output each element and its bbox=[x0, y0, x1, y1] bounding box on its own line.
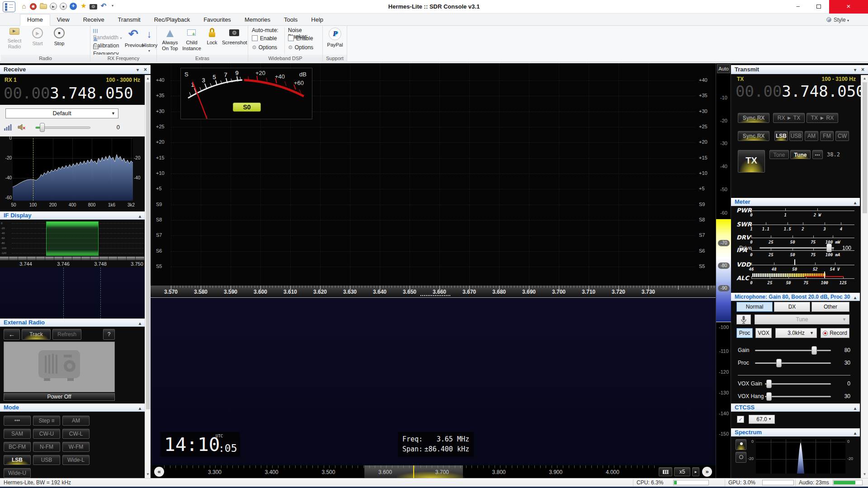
always-on-top-button[interactable]: Always On Top bbox=[160, 27, 180, 54]
collapse-up-icon[interactable]: ▴ bbox=[854, 199, 856, 207]
spec-area[interactable]: S dB 1 3 5 7 9 +20 +40 +60 S0 +40+40+35+… bbox=[151, 63, 716, 286]
audio-plot[interactable] bbox=[13, 138, 133, 201]
tx-mode-am[interactable]: AM bbox=[805, 131, 818, 141]
close-panel-icon[interactable]: × bbox=[861, 66, 864, 74]
close-button[interactable]: × bbox=[829, 0, 868, 14]
mode-header[interactable]: Mode▴ bbox=[0, 404, 145, 412]
start-button[interactable]: ▶ Start bbox=[27, 27, 48, 54]
sync-rx-mode-button[interactable]: Sync RX bbox=[738, 131, 769, 141]
scroll-down-icon[interactable]: ▼ bbox=[145, 472, 151, 477]
tone-button[interactable]: Tone bbox=[769, 150, 789, 159]
refresh-button[interactable]: Refresh bbox=[52, 329, 81, 340]
collapse-up-icon[interactable]: ▴ bbox=[854, 429, 856, 437]
slider-track[interactable] bbox=[755, 362, 831, 364]
tx-spectrum-header[interactable]: Spectrum▴ bbox=[731, 428, 860, 436]
history-button[interactable]: ↓ History ▾ bbox=[142, 27, 156, 54]
mic-select-button[interactable] bbox=[736, 314, 751, 324]
collapse-up-icon[interactable]: ▴ bbox=[139, 404, 141, 413]
equalizer-icon[interactable] bbox=[4, 124, 12, 131]
tab-transmit[interactable]: Transmit bbox=[111, 14, 147, 26]
mode-button-usb[interactable]: USB bbox=[33, 455, 60, 465]
slider-handle[interactable] bbox=[766, 380, 772, 388]
sync-rx-button[interactable]: Sync RX bbox=[738, 113, 769, 123]
mode-button-more[interactable]: ••• bbox=[4, 416, 31, 426]
mic-tab-other[interactable]: Other bbox=[811, 302, 849, 312]
collapse-up-icon[interactable]: ▴ bbox=[139, 319, 141, 328]
mute-button[interactable]: × bbox=[17, 123, 27, 131]
preset-dropdown[interactable]: Default▼ bbox=[5, 108, 118, 118]
power-off-bar[interactable]: Power Off bbox=[4, 393, 115, 401]
collapse-up-icon[interactable]: ▴ bbox=[854, 404, 856, 413]
mode-button-cwl[interactable]: CW-L bbox=[62, 429, 90, 439]
tab-recplayback[interactable]: Rec/Playback bbox=[147, 14, 197, 26]
mode-button-am[interactable]: AM bbox=[62, 416, 90, 426]
transmit-scrollbar[interactable]: ▲ ▼ bbox=[861, 75, 868, 478]
ctcss-checkbox[interactable]: ✓ bbox=[737, 416, 744, 423]
tx-frequency-value[interactable]: 00.003.748.050 bbox=[736, 82, 865, 100]
band-keypad-button[interactable] bbox=[659, 467, 672, 476]
rx-frequency-value[interactable]: 00.003.748.050 bbox=[4, 84, 133, 102]
mode-button-bcfm[interactable]: BC-FM bbox=[4, 442, 31, 452]
slider-track[interactable] bbox=[755, 350, 831, 351]
mode-button-sam[interactable]: SAM bbox=[4, 429, 31, 439]
mode-button-wideu[interactable]: Wide-U bbox=[4, 468, 31, 478]
mode-button-wfm[interactable]: W-FM bbox=[62, 442, 90, 452]
slider-track[interactable] bbox=[765, 383, 831, 385]
mode-button-lsb[interactable]: LSB bbox=[4, 455, 31, 465]
noise-blanker-options-button[interactable]: ⚙Options bbox=[288, 44, 313, 51]
gradient-scale[interactable]: -10-20-30-40-50-60-70-80-90-100-110-120-… bbox=[716, 63, 731, 478]
calibration-button[interactable]: Calibration bbox=[93, 36, 125, 43]
auto-mute-enable-checkbox[interactable]: Enable bbox=[252, 35, 277, 42]
tx-mode-fm[interactable]: FM bbox=[820, 131, 834, 141]
previous-button[interactable]: ↶ Previous bbox=[125, 27, 142, 54]
tab-favourites[interactable]: Favourites bbox=[197, 14, 238, 26]
select-radio-button[interactable]: ▶ Select Radio bbox=[4, 27, 25, 54]
tx-button[interactable]: TX bbox=[738, 150, 765, 173]
rx-to-tx-button[interactable]: RX ► TX bbox=[773, 113, 805, 123]
tab-view[interactable]: View bbox=[50, 14, 76, 26]
tune-profile-dropdown[interactable]: Tune▼ bbox=[755, 314, 849, 324]
mode-button-step[interactable]: Step ≡ bbox=[33, 416, 60, 426]
checkbox-icon[interactable] bbox=[288, 35, 294, 41]
ctcss-header[interactable]: CTCSS▴ bbox=[731, 404, 860, 412]
microphone-header[interactable]: Microphone: Gain 80, Boost 20.0 dB, Proc… bbox=[731, 293, 860, 301]
tab-memories[interactable]: Memories bbox=[238, 14, 277, 26]
paypal-button[interactable]: P PayPal bbox=[325, 27, 345, 54]
external-radio-header[interactable]: External Radio▴ bbox=[0, 319, 145, 327]
band-next-button[interactable]: » bbox=[702, 467, 712, 477]
collapse-up-icon[interactable]: ▴ bbox=[139, 212, 141, 221]
volume-handle[interactable] bbox=[40, 123, 45, 132]
close-panel-icon[interactable]: × bbox=[144, 66, 147, 74]
scrollbar-thumb[interactable] bbox=[146, 82, 150, 409]
tab-receive[interactable]: Receive bbox=[76, 14, 111, 26]
slider-handle[interactable] bbox=[766, 392, 772, 401]
slider-handle[interactable] bbox=[776, 359, 782, 367]
track-button[interactable]: Track bbox=[22, 329, 51, 340]
scroll-down-icon[interactable]: ▼ bbox=[861, 472, 868, 477]
if-display-header[interactable]: IF Display▴ bbox=[0, 211, 145, 220]
receive-panel-header[interactable]: Receive ▾ × bbox=[0, 65, 151, 74]
slider-track[interactable] bbox=[765, 396, 831, 397]
scroll-up-icon[interactable]: ▲ bbox=[861, 76, 868, 81]
band-ruler[interactable]: 3.3003.4003.5003.6003.7003.8003.9004.000 bbox=[151, 465, 716, 478]
checkbox-icon[interactable] bbox=[252, 35, 258, 41]
frequency-button[interactable]: Frequency bbox=[93, 44, 125, 51]
mode-button-widel[interactable]: Wide-L bbox=[62, 455, 90, 465]
stop-button[interactable]: ■ Stop bbox=[49, 27, 70, 54]
child-instance-button[interactable]: + Child Instance bbox=[181, 27, 202, 54]
collapse-icon[interactable]: ▾ bbox=[854, 66, 856, 74]
tab-home[interactable]: Home bbox=[20, 14, 50, 26]
tx-mode-cw[interactable]: CW bbox=[835, 131, 849, 141]
mic-bandwidth-dropdown[interactable]: 3.0kHz▼ bbox=[775, 328, 817, 338]
external-help-button[interactable]: ? bbox=[103, 329, 115, 340]
tab-tools[interactable]: Tools bbox=[277, 14, 304, 26]
record-button[interactable]: Record bbox=[821, 328, 849, 338]
bandwidth-button[interactable]: Bandwidth ▾ bbox=[93, 28, 125, 35]
scroll-up-icon[interactable]: ▲ bbox=[145, 76, 151, 81]
meter-header[interactable]: Meter▴ bbox=[731, 198, 860, 206]
tx-to-rx-button[interactable]: TX ► RX bbox=[807, 113, 838, 123]
screenshot-button[interactable]: Screenshot bbox=[222, 27, 246, 54]
lock-button[interactable]: Lock bbox=[203, 27, 221, 54]
auto-mute-options-button[interactable]: ⚙Options bbox=[252, 44, 277, 51]
transmit-panel-header[interactable]: Transmit ▾ × bbox=[731, 65, 868, 74]
